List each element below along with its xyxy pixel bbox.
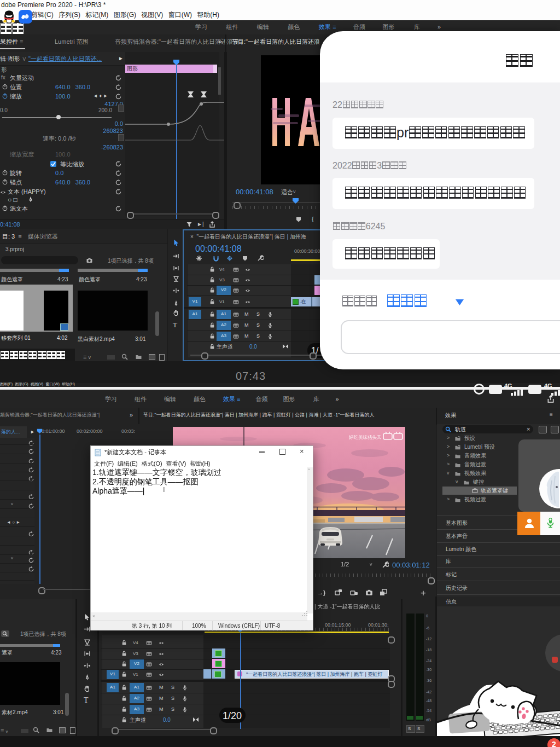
svg-text:好吃美味猪头又: 好吃美味猪头又 bbox=[348, 435, 382, 440]
